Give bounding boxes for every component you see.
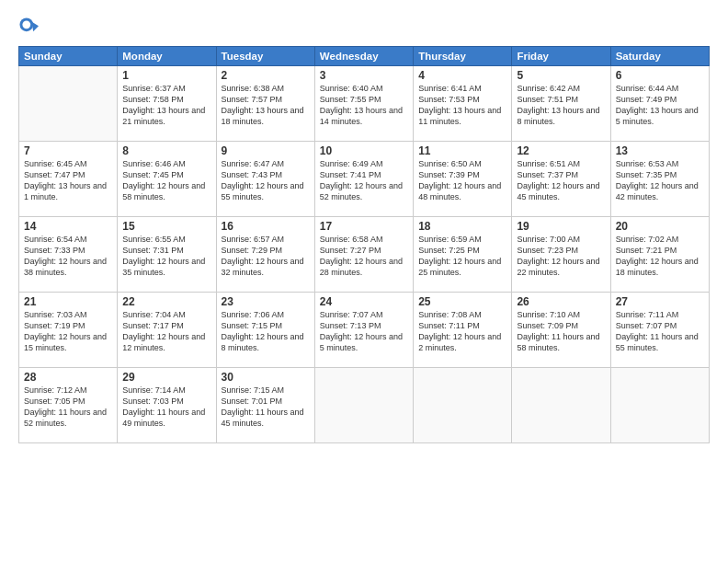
day-number: 19 (517, 220, 605, 233)
day-info: Sunrise: 7:10 AM Sunset: 7:09 PM Dayligh… (517, 309, 605, 354)
day-cell: 23Sunrise: 7:06 AM Sunset: 7:15 PM Dayli… (216, 293, 314, 368)
day-number: 30 (222, 371, 310, 384)
day-number: 26 (517, 295, 605, 308)
day-cell (610, 368, 709, 443)
day-number: 14 (24, 220, 112, 233)
day-info: Sunrise: 7:00 AM Sunset: 7:23 PM Dayligh… (517, 234, 605, 279)
svg-point-2 (22, 20, 30, 29)
day-number: 12 (517, 144, 605, 157)
logo (18, 17, 42, 37)
day-cell: 20Sunrise: 7:02 AM Sunset: 7:21 PM Dayli… (610, 217, 709, 293)
day-number: 28 (24, 371, 112, 384)
day-info: Sunrise: 7:14 AM Sunset: 7:03 PM Dayligh… (122, 385, 210, 430)
day-cell: 11Sunrise: 6:50 AM Sunset: 7:39 PM Dayli… (414, 142, 512, 217)
day-number: 11 (418, 144, 506, 157)
day-info: Sunrise: 6:46 AM Sunset: 7:45 PM Dayligh… (122, 158, 210, 203)
day-info: Sunrise: 6:42 AM Sunset: 7:51 PM Dayligh… (517, 83, 605, 128)
week-row-1: 7Sunrise: 6:45 AM Sunset: 7:47 PM Daylig… (19, 142, 710, 217)
day-number: 18 (418, 220, 506, 233)
day-number: 20 (616, 220, 704, 233)
day-cell: 17Sunrise: 6:58 AM Sunset: 7:27 PM Dayli… (314, 217, 413, 293)
day-info: Sunrise: 7:11 AM Sunset: 7:07 PM Dayligh… (616, 309, 704, 354)
header-saturday: Saturday (610, 47, 709, 66)
day-info: Sunrise: 6:55 AM Sunset: 7:31 PM Dayligh… (122, 234, 210, 279)
day-info: Sunrise: 6:50 AM Sunset: 7:39 PM Dayligh… (418, 158, 506, 203)
day-cell (414, 368, 512, 443)
day-info: Sunrise: 6:44 AM Sunset: 7:49 PM Dayligh… (616, 83, 704, 128)
day-cell: 24Sunrise: 7:07 AM Sunset: 7:13 PM Dayli… (314, 293, 413, 368)
day-info: Sunrise: 7:15 AM Sunset: 7:01 PM Dayligh… (222, 385, 310, 430)
day-cell: 14Sunrise: 6:54 AM Sunset: 7:33 PM Dayli… (19, 217, 118, 293)
day-info: Sunrise: 6:51 AM Sunset: 7:37 PM Dayligh… (517, 158, 605, 203)
day-cell: 13Sunrise: 6:53 AM Sunset: 7:35 PM Dayli… (610, 142, 709, 217)
day-cell: 19Sunrise: 7:00 AM Sunset: 7:23 PM Dayli… (512, 217, 610, 293)
day-cell: 3Sunrise: 6:40 AM Sunset: 7:55 PM Daylig… (314, 66, 413, 142)
day-cell: 30Sunrise: 7:15 AM Sunset: 7:01 PM Dayli… (216, 368, 314, 443)
header-tuesday: Tuesday (216, 47, 314, 66)
day-info: Sunrise: 7:02 AM Sunset: 7:21 PM Dayligh… (616, 234, 704, 279)
day-number: 27 (616, 295, 704, 308)
day-cell: 27Sunrise: 7:11 AM Sunset: 7:07 PM Dayli… (610, 293, 709, 368)
day-number: 2 (222, 69, 310, 82)
header (18, 17, 710, 37)
day-cell: 15Sunrise: 6:55 AM Sunset: 7:31 PM Dayli… (118, 217, 216, 293)
day-info: Sunrise: 6:38 AM Sunset: 7:57 PM Dayligh… (222, 83, 310, 128)
day-number: 3 (320, 69, 408, 82)
day-number: 13 (616, 144, 704, 157)
day-number: 7 (24, 144, 112, 157)
day-number: 23 (222, 295, 310, 308)
day-info: Sunrise: 7:12 AM Sunset: 7:05 PM Dayligh… (24, 385, 112, 430)
day-number: 1 (122, 69, 210, 82)
day-cell: 18Sunrise: 6:59 AM Sunset: 7:25 PM Dayli… (414, 217, 512, 293)
day-number: 17 (320, 220, 408, 233)
day-info: Sunrise: 7:08 AM Sunset: 7:11 PM Dayligh… (418, 309, 506, 354)
header-row: SundayMondayTuesdayWednesdayThursdayFrid… (19, 47, 710, 66)
day-cell: 26Sunrise: 7:10 AM Sunset: 7:09 PM Dayli… (512, 293, 610, 368)
day-info: Sunrise: 6:59 AM Sunset: 7:25 PM Dayligh… (418, 234, 506, 279)
day-number: 16 (222, 220, 310, 233)
day-cell: 28Sunrise: 7:12 AM Sunset: 7:05 PM Dayli… (19, 368, 118, 443)
day-cell: 7Sunrise: 6:45 AM Sunset: 7:47 PM Daylig… (19, 142, 118, 217)
day-info: Sunrise: 6:37 AM Sunset: 7:58 PM Dayligh… (122, 83, 210, 128)
day-cell: 12Sunrise: 6:51 AM Sunset: 7:37 PM Dayli… (512, 142, 610, 217)
day-info: Sunrise: 7:06 AM Sunset: 7:15 PM Dayligh… (222, 309, 310, 354)
day-number: 22 (122, 295, 210, 308)
calendar-header: SundayMondayTuesdayWednesdayThursdayFrid… (19, 47, 710, 66)
day-cell: 2Sunrise: 6:38 AM Sunset: 7:57 PM Daylig… (216, 66, 314, 142)
day-cell: 8Sunrise: 6:46 AM Sunset: 7:45 PM Daylig… (118, 142, 216, 217)
day-cell: 1Sunrise: 6:37 AM Sunset: 7:58 PM Daylig… (118, 66, 216, 142)
svg-marker-1 (32, 22, 39, 31)
header-friday: Friday (512, 47, 610, 66)
day-number: 24 (320, 295, 408, 308)
calendar: SundayMondayTuesdayWednesdayThursdayFrid… (18, 46, 710, 443)
day-info: Sunrise: 6:47 AM Sunset: 7:43 PM Dayligh… (222, 158, 310, 203)
day-number: 5 (517, 69, 605, 82)
day-info: Sunrise: 6:57 AM Sunset: 7:29 PM Dayligh… (222, 234, 310, 279)
day-cell: 4Sunrise: 6:41 AM Sunset: 7:53 PM Daylig… (414, 66, 512, 142)
day-info: Sunrise: 6:41 AM Sunset: 7:53 PM Dayligh… (418, 83, 506, 128)
day-info: Sunrise: 6:53 AM Sunset: 7:35 PM Dayligh… (616, 158, 704, 203)
day-number: 29 (122, 371, 210, 384)
day-cell: 22Sunrise: 7:04 AM Sunset: 7:17 PM Dayli… (118, 293, 216, 368)
header-wednesday: Wednesday (314, 47, 413, 66)
header-sunday: Sunday (19, 47, 118, 66)
week-row-2: 14Sunrise: 6:54 AM Sunset: 7:33 PM Dayli… (19, 217, 710, 293)
day-cell: 29Sunrise: 7:14 AM Sunset: 7:03 PM Dayli… (118, 368, 216, 443)
day-number: 9 (222, 144, 310, 157)
day-cell: 6Sunrise: 6:44 AM Sunset: 7:49 PM Daylig… (610, 66, 709, 142)
day-info: Sunrise: 6:54 AM Sunset: 7:33 PM Dayligh… (24, 234, 112, 279)
day-cell: 10Sunrise: 6:49 AM Sunset: 7:41 PM Dayli… (314, 142, 413, 217)
week-row-3: 21Sunrise: 7:03 AM Sunset: 7:19 PM Dayli… (19, 293, 710, 368)
day-cell: 9Sunrise: 6:47 AM Sunset: 7:43 PM Daylig… (216, 142, 314, 217)
day-info: Sunrise: 6:58 AM Sunset: 7:27 PM Dayligh… (320, 234, 408, 279)
day-info: Sunrise: 7:04 AM Sunset: 7:17 PM Dayligh… (122, 309, 210, 354)
day-info: Sunrise: 6:49 AM Sunset: 7:41 PM Dayligh… (320, 158, 408, 203)
day-info: Sunrise: 7:07 AM Sunset: 7:13 PM Dayligh… (320, 309, 408, 354)
day-number: 4 (418, 69, 506, 82)
header-monday: Monday (118, 47, 216, 66)
day-info: Sunrise: 6:40 AM Sunset: 7:55 PM Dayligh… (320, 83, 408, 128)
page: SundayMondayTuesdayWednesdayThursdayFrid… (0, 0, 728, 563)
day-info: Sunrise: 6:45 AM Sunset: 7:47 PM Dayligh… (24, 158, 112, 203)
day-cell: 5Sunrise: 6:42 AM Sunset: 7:51 PM Daylig… (512, 66, 610, 142)
day-cell: 21Sunrise: 7:03 AM Sunset: 7:19 PM Dayli… (19, 293, 118, 368)
